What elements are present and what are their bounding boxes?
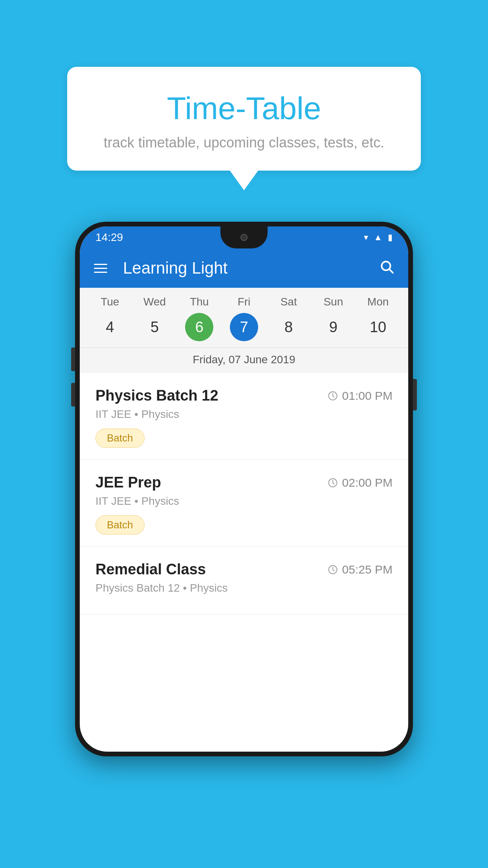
day-fri[interactable]: Fri 7 <box>222 296 266 341</box>
schedule-item-1-subtitle: IIT JEE • Physics <box>95 408 393 421</box>
clock-icon-3 <box>327 564 338 575</box>
speech-bubble-subtitle: track timetable, upcoming classes, tests… <box>87 134 401 151</box>
day-name-fri: Fri <box>238 296 251 308</box>
day-num-thu: 6 <box>185 313 213 341</box>
day-name-thu: Thu <box>190 296 209 308</box>
status-time: 14:29 <box>95 231 123 244</box>
front-camera <box>240 234 248 241</box>
schedule-item-1-time: 01:00 PM <box>327 389 393 403</box>
speech-bubble-arrow <box>230 171 258 190</box>
svg-line-1 <box>389 269 393 273</box>
schedule-item-2-subtitle: IIT JEE • Physics <box>95 495 393 508</box>
day-name-mon: Mon <box>367 296 389 308</box>
schedule-item-1-header: Physics Batch 12 01:00 PM <box>95 387 393 404</box>
signal-icon <box>374 232 382 243</box>
schedule-item-3[interactable]: Remedial Class 05:25 PM Physics Batch 12… <box>80 547 408 614</box>
battery-icon <box>388 232 393 243</box>
day-thu[interactable]: Thu 6 <box>178 296 221 341</box>
speech-bubble-title: Time-Table <box>87 90 401 127</box>
app-title: Learning Light <box>123 259 367 278</box>
notch <box>220 226 268 248</box>
schedule-item-2-title: JEE Prep <box>95 474 161 491</box>
schedule-item-2-time: 02:00 PM <box>327 476 393 489</box>
speech-bubble: Time-Table track timetable, upcoming cla… <box>67 67 421 171</box>
day-num-sat: 8 <box>275 313 303 341</box>
day-num-tue: 4 <box>96 313 124 341</box>
speech-bubble-container: Time-Table track timetable, upcoming cla… <box>67 67 421 190</box>
day-sat[interactable]: Sat 8 <box>267 296 310 341</box>
schedule-item-1-title: Physics Batch 12 <box>95 387 218 404</box>
schedule-item-1-badge: Batch <box>95 428 145 448</box>
volume-down-button <box>71 383 75 406</box>
day-name-wed: Wed <box>143 296 166 308</box>
schedule-item-2-header: JEE Prep 02:00 PM <box>95 474 393 491</box>
day-name-sun: Sun <box>323 296 343 308</box>
schedule-item-3-subtitle: Physics Batch 12 • Physics <box>95 582 393 594</box>
search-icon[interactable] <box>379 259 394 278</box>
power-button <box>413 379 417 410</box>
calendar-strip: Tue 4 Wed 5 Thu 6 Fri 7 Sat 8 <box>80 288 408 373</box>
schedule-item-3-title: Remedial Class <box>95 561 206 578</box>
clock-icon-2 <box>327 477 338 488</box>
day-num-mon: 10 <box>364 313 392 341</box>
day-mon[interactable]: Mon 10 <box>356 296 400 341</box>
hamburger-line-3 <box>94 272 107 273</box>
hamburger-line-2 <box>94 268 107 269</box>
volume-up-button <box>71 348 75 371</box>
phone-screen: 14:29 Learning Light <box>80 226 408 752</box>
day-name-tue: Tue <box>101 296 119 308</box>
schedule-item-2-badge: Batch <box>95 515 145 535</box>
hamburger-menu-button[interactable] <box>94 264 107 273</box>
selected-date-label: Friday, 07 June 2019 <box>80 348 408 373</box>
schedule-item-1[interactable]: Physics Batch 12 01:00 PM IIT JEE • Phys… <box>80 373 408 460</box>
status-icons <box>364 232 393 243</box>
day-name-sat: Sat <box>281 296 297 308</box>
day-num-wed: 5 <box>141 313 169 341</box>
day-tue[interactable]: Tue 4 <box>88 296 132 341</box>
app-bar: Learning Light <box>80 248 408 288</box>
wifi-icon <box>364 232 368 243</box>
schedule-item-3-header: Remedial Class 05:25 PM <box>95 561 393 578</box>
phone-mockup: 14:29 Learning Light <box>75 222 413 756</box>
schedule-item-2[interactable]: JEE Prep 02:00 PM IIT JEE • Physics Batc… <box>80 460 408 547</box>
schedule-item-3-time: 05:25 PM <box>327 563 393 576</box>
day-num-fri: 7 <box>230 313 258 341</box>
schedule-list: Physics Batch 12 01:00 PM IIT JEE • Phys… <box>80 373 408 614</box>
day-sun[interactable]: Sun 9 <box>312 296 355 341</box>
clock-icon-1 <box>327 390 338 401</box>
day-num-sun: 9 <box>319 313 347 341</box>
status-bar: 14:29 <box>80 226 408 248</box>
hamburger-line-1 <box>94 264 107 265</box>
day-wed[interactable]: Wed 5 <box>133 296 176 341</box>
days-row: Tue 4 Wed 5 Thu 6 Fri 7 Sat 8 <box>80 296 408 341</box>
